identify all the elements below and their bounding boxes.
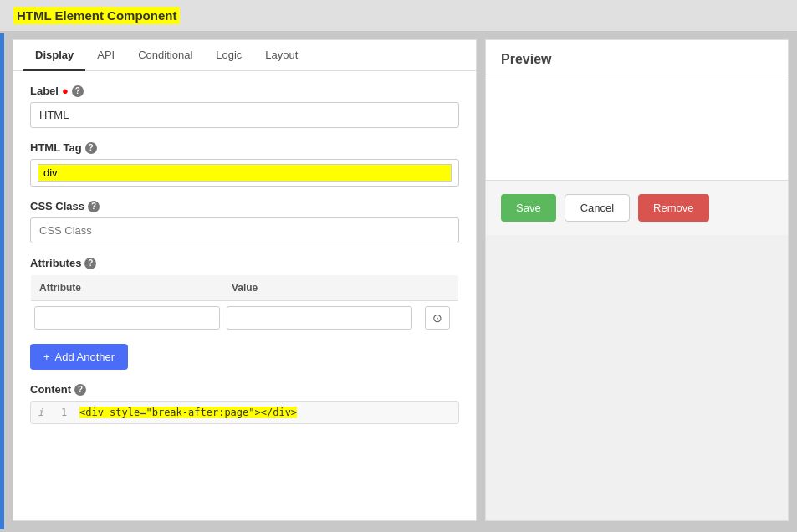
top-bar: HTML Element Component [0,0,797,31]
tab-logic[interactable]: Logic [204,40,253,71]
delete-icon: ⊙ [432,311,442,325]
preview-actions: Save Cancel Remove [486,180,788,235]
tab-conditional[interactable]: Conditional [126,40,204,71]
content-label: Content ? [30,383,459,396]
preview-header: Preview [486,40,788,79]
attributes-help-icon[interactable]: ? [84,258,96,269]
action-column-header [416,275,458,301]
attributes-table: Attribute Value [30,274,459,335]
html-tag-input-wrapper: div [30,159,459,187]
tab-display[interactable]: Display [23,40,85,71]
label-field-group: Label ● ? [30,84,459,128]
html-tag-label: HTML Tag ? [30,141,459,154]
label-input[interactable] [30,102,459,128]
attributes-section: Attributes ? Attribute Value [30,257,459,370]
cancel-button[interactable]: Cancel [565,194,630,222]
right-panel: Preview Save Cancel Remove [485,39,789,521]
add-another-button[interactable]: + Add Another [30,344,128,370]
remove-button[interactable]: Remove [638,194,708,222]
html-tag-value: div [38,164,452,182]
attribute-input[interactable] [34,306,220,330]
attributes-label: Attributes ? [30,257,459,269]
save-button[interactable]: Save [501,194,556,222]
label-field-label: Label ● ? [30,84,459,97]
code-line: <div style="break-after:page"></div> [79,407,452,418]
label-help-icon[interactable]: ? [72,85,84,97]
html-tag-help-icon[interactable]: ? [85,142,97,154]
value-input[interactable] [227,306,412,330]
panel-body: Label ● ? HTML Tag ? div [13,71,476,437]
code-highlight: <div style="break-after:page"></div> [79,407,297,418]
page-title: HTML Element Component [13,7,180,24]
tab-api[interactable]: API [85,40,126,71]
plus-icon: + [43,350,50,363]
value-column-header: Value [223,275,416,301]
preview-body [486,79,788,180]
line-number: 1 [61,407,73,418]
tabs-bar: Display API Conditional Logic Layout [13,40,476,71]
table-row: ⊙ [31,301,459,335]
content-help-icon[interactable]: ? [74,384,86,396]
content-section: Content ? i 1 <div style="break-after:pa… [30,383,459,424]
css-class-input[interactable] [30,217,459,243]
line-indicator: i [38,407,54,418]
css-class-field-group: CSS Class ? [30,200,459,243]
html-tag-field-group: HTML Tag ? div [30,141,459,187]
content-editor: i 1 <div style="break-after:page"></div> [30,401,459,424]
left-panel: Display API Conditional Logic Layout Lab… [13,39,477,521]
css-class-help-icon[interactable]: ? [88,201,100,212]
tab-layout[interactable]: Layout [253,40,309,71]
required-star: ● [62,84,69,97]
attribute-column-header: Attribute [31,275,223,301]
css-class-label: CSS Class ? [30,200,459,212]
delete-row-button[interactable]: ⊙ [425,306,450,330]
